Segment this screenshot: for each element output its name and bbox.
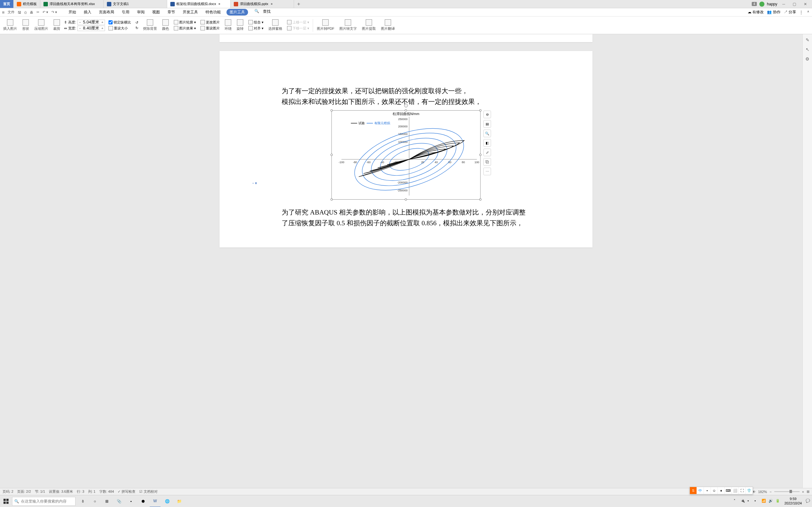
tb-wps-icon[interactable]: W bbox=[150, 495, 160, 507]
sb-section[interactable]: 节: 1/1 bbox=[35, 489, 45, 494]
crop-icon[interactable]: ◧ bbox=[484, 139, 491, 147]
ime-lang[interactable]: 中 bbox=[697, 487, 704, 494]
ime-emoji[interactable]: ☺ bbox=[711, 487, 718, 494]
resize-handle-br[interactable] bbox=[479, 199, 481, 201]
inc-btn[interactable]: + bbox=[100, 20, 105, 24]
more-icon[interactable]: ⋮ bbox=[799, 10, 803, 14]
tab-xlsx[interactable]: 滞回曲线相关本构等资料.xlsx bbox=[40, 0, 104, 8]
ime-sogou-icon[interactable]: S bbox=[690, 487, 697, 494]
pic-to-text-button[interactable]: 图片转文字 bbox=[338, 19, 358, 32]
tray-kingsoft-icon[interactable]: ▪ bbox=[755, 499, 760, 504]
tray-app-icon[interactable]: ▪ bbox=[748, 499, 753, 504]
tray-wifi-icon[interactable]: 📶 bbox=[762, 499, 767, 504]
align-button[interactable]: 对齐 ▾ bbox=[247, 26, 264, 31]
page-side-icon[interactable]: ▫ ▾ bbox=[252, 181, 257, 185]
lock-ratio-check[interactable]: 锁定纵横比 bbox=[107, 20, 132, 25]
pic-to-pdf-button[interactable]: 图片转PDF bbox=[316, 19, 336, 32]
tb-assistant-icon[interactable]: 🕯 bbox=[78, 495, 88, 507]
minimize-button[interactable]: ─ bbox=[780, 2, 788, 6]
resize-handle-bl[interactable] bbox=[331, 199, 333, 201]
resize-handle-b[interactable] bbox=[405, 199, 407, 201]
print-icon[interactable]: 🖶 bbox=[30, 10, 33, 14]
reset-size-button[interactable]: 重设大小 bbox=[107, 26, 132, 31]
redo-icon[interactable]: ↷ ▾ bbox=[51, 10, 57, 14]
ime-toolbar[interactable]: S 中 • ☺ ♦ ⌨ ⬜ ⛶ 👕 bbox=[690, 487, 753, 494]
dec-btn[interactable]: − bbox=[78, 20, 82, 24]
new-tab-button[interactable]: + bbox=[294, 0, 303, 8]
file-menu[interactable]: 文件 bbox=[8, 10, 14, 14]
inc-btn[interactable]: + bbox=[100, 26, 105, 30]
tray-battery-icon[interactable]: 🔋 bbox=[775, 499, 780, 504]
compress-button[interactable]: 压缩图片 bbox=[33, 19, 49, 32]
rotate-left-icon[interactable]: ↺ bbox=[135, 20, 139, 25]
pic-extract-button[interactable]: 图片提取 bbox=[361, 19, 377, 32]
tb-terminal-icon[interactable]: ▪ bbox=[125, 495, 136, 507]
menu-insert[interactable]: 插入 bbox=[82, 9, 93, 15]
tb-cortana-icon[interactable]: ○ bbox=[90, 495, 100, 507]
has-changes[interactable]: ☁ 有修改 bbox=[748, 9, 764, 15]
tray-notification-icon[interactable]: 💬 bbox=[806, 499, 811, 504]
ime-voice[interactable]: ♦ bbox=[718, 487, 725, 494]
menu-section[interactable]: 章节 bbox=[165, 9, 177, 15]
sb-proof[interactable]: ☑ 文档校对 bbox=[139, 489, 157, 494]
start-button[interactable] bbox=[0, 495, 12, 507]
close-button[interactable]: ✕ bbox=[801, 2, 809, 6]
reset-pic-button[interactable]: 重设图片 bbox=[200, 26, 221, 31]
tray-volume-icon[interactable]: 🔊 bbox=[768, 499, 774, 504]
document-area[interactable]: ▫ ▾ 为了有一定的捏拢效果，还可以把钢筋的强化刚度取得大一些， 模拟出来和试验… bbox=[0, 34, 812, 488]
settings-icon[interactable]: ⚙ bbox=[805, 56, 810, 61]
menu-layout[interactable]: 页面布局 bbox=[97, 9, 116, 15]
zoom-value[interactable]: 182% bbox=[758, 490, 767, 494]
tb-app-icon[interactable]: ⬢ bbox=[138, 495, 148, 507]
height-input[interactable]: −+ bbox=[78, 20, 105, 25]
dec-btn[interactable]: − bbox=[78, 26, 82, 30]
shape-button[interactable]: 形状 bbox=[21, 19, 31, 32]
sb-row[interactable]: 行: 3 bbox=[77, 489, 84, 494]
cursor-icon[interactable]: ↖ bbox=[805, 47, 810, 52]
pic-effect-button[interactable]: 图片效果 ▾ bbox=[173, 26, 197, 31]
save-icon[interactable]: 🖫 bbox=[18, 10, 21, 14]
tab-daoke[interactable]: 稻壳模板 bbox=[14, 0, 40, 8]
user-avatar[interactable] bbox=[759, 2, 764, 7]
menu-view[interactable]: 视图 bbox=[150, 9, 162, 15]
pic-outline-button[interactable]: 图片轮廓 ▾ bbox=[173, 20, 197, 25]
tray-up-icon[interactable]: ˄ bbox=[734, 499, 739, 504]
menu-icon[interactable]: ≡ bbox=[2, 10, 4, 15]
color-button[interactable]: 颜色 bbox=[161, 19, 170, 32]
selected-image[interactable]: 柱滞回曲线N/mm 试验 有限元模拟 -100-80-60-40-20 2040… bbox=[332, 110, 480, 200]
tb-explorer-icon[interactable]: 📁 bbox=[174, 495, 185, 507]
sb-col[interactable]: 列: 1 bbox=[88, 489, 96, 494]
taskbar-search[interactable]: 🔍 bbox=[12, 497, 75, 506]
ime-skin[interactable]: ⛶ bbox=[739, 487, 746, 494]
pencil-icon[interactable]: ✎ bbox=[805, 38, 810, 43]
layout-options-icon[interactable]: ▤ bbox=[484, 120, 491, 128]
undo-icon[interactable]: ↶ ▾ bbox=[43, 10, 48, 14]
ime-pad[interactable]: ⬜ bbox=[732, 487, 739, 494]
tab-home[interactable]: 首页 bbox=[0, 0, 14, 8]
combine-button[interactable]: 组合 ▾ bbox=[247, 20, 264, 25]
tab-pptx[interactable]: 滞回曲线模拟.pptx bbox=[231, 0, 294, 8]
crop-button[interactable]: 裁剪 bbox=[52, 19, 61, 32]
resize-handle-r[interactable] bbox=[479, 154, 481, 156]
zoom-out-icon[interactable]: ⊖ bbox=[484, 111, 491, 118]
tray-usb-icon[interactable]: 🔌 bbox=[741, 499, 746, 504]
tab-active-docx[interactable]: 框架柱滞回曲线模拟.docx bbox=[167, 0, 231, 8]
wrap-button[interactable]: 环绕 bbox=[223, 19, 233, 32]
tab-doc1[interactable]: 文字文稿1 bbox=[104, 0, 167, 8]
sb-words[interactable]: 字数: 484 bbox=[99, 489, 114, 494]
remove-bg-button[interactable]: 抠除背景 bbox=[142, 19, 158, 32]
menu-review[interactable]: 审阅 bbox=[135, 9, 147, 15]
clock[interactable]: 9:592022/10/24 bbox=[782, 497, 804, 505]
collapse-ribbon-icon[interactable]: ＾ bbox=[806, 9, 810, 15]
menu-dev[interactable]: 开发工具 bbox=[181, 9, 200, 15]
zoom-in-icon[interactable]: 🔍 bbox=[484, 130, 491, 137]
more-options-icon[interactable]: ⋯ bbox=[484, 168, 491, 175]
menu-special[interactable]: 特色功能 bbox=[204, 9, 223, 15]
change-pic-button[interactable]: 更改图片 bbox=[200, 20, 221, 25]
cut-icon[interactable]: ✂ bbox=[37, 10, 39, 14]
tb-edge-icon[interactable]: 🌐 bbox=[162, 495, 172, 507]
width-value[interactable] bbox=[83, 26, 100, 31]
sb-position[interactable]: 设置值: 3.6厘米 bbox=[49, 489, 73, 494]
tb-office-icon[interactable]: 📎 bbox=[113, 495, 124, 507]
fit-icon[interactable]: ⤢ bbox=[484, 149, 491, 156]
